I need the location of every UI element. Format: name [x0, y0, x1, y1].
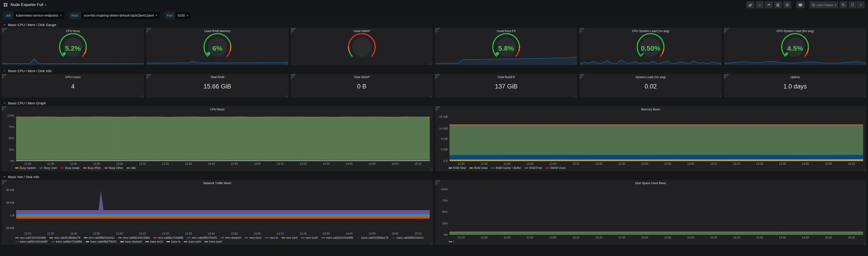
- share-dashboard-button[interactable]: [765, 1, 773, 8]
- cycle-view-mode-button[interactable]: [796, 1, 805, 8]
- chevron-down-icon: [3, 23, 6, 26]
- legend-item[interactable]: trans tunl0: [205, 240, 222, 243]
- panel-title[interactable]: CPU Cores: [2, 74, 144, 79]
- gauge-cpu-busy: 5.2%: [2, 33, 144, 59]
- panel-title[interactable]: Total RootFS: [435, 74, 577, 79]
- legend-item[interactable]: Busy System: [15, 166, 36, 170]
- panel-title[interactable]: CPU System Load (1m avg): [580, 28, 722, 33]
- svg-text:75%: 75%: [442, 199, 447, 202]
- refresh-button[interactable]: [849, 1, 857, 8]
- legend-item[interactable]: trans ens2: [145, 240, 163, 243]
- legend-item[interactable]: trans calie0fb370b2f1: [86, 240, 117, 243]
- svg-text:13:20: 13:20: [162, 232, 169, 235]
- panel-info-icon[interactable]: i: [580, 74, 585, 80]
- legend-item[interactable]: recv cali561442c5d63: [118, 236, 150, 239]
- panel-info-icon[interactable]: i: [435, 28, 440, 33]
- variable-host-value[interactable]: scw-k8s-inspiring-shtern-default-0a342be…: [81, 12, 159, 19]
- dashboard-grid-icon[interactable]: [3, 3, 8, 7]
- legend-item[interactable]: trans cali3f85014e41c: [392, 236, 424, 239]
- panel-title[interactable]: CPU Busy: [2, 28, 144, 33]
- panel-title[interactable]: Total SWAP: [291, 74, 433, 79]
- add-panel-button[interactable]: [746, 1, 754, 8]
- panel-info-icon[interactable]: i: [146, 28, 152, 33]
- legend-item[interactable]: recv cali2fc35b8a178: [50, 236, 80, 239]
- cpu-basic-chart[interactable]: 0%25%50%75%100%12:2012:3012:4012:5013:00…: [2, 112, 433, 166]
- legend-item[interactable]: recv tunl0: [301, 236, 318, 239]
- svg-text:13:40: 13:40: [208, 162, 215, 166]
- panel-title[interactable]: Network Traffic Basic: [2, 180, 433, 185]
- svg-text:13:00: 13:00: [549, 236, 556, 239]
- legend-item[interactable]: recv calie0fb370b2f1: [187, 236, 217, 239]
- row-header-info[interactable]: Basic CPU / Mem / Disk Info: [0, 67, 868, 74]
- variable-job-value[interactable]: kubernetes-service-endpoints ▾: [13, 12, 64, 19]
- legend-item[interactable]: trans lo: [166, 240, 180, 243]
- panel-info-icon[interactable]: i: [2, 180, 7, 186]
- legend-item[interactable]: trans cali9bc715aff8b: [51, 240, 82, 243]
- zoom-out-time-button[interactable]: [839, 1, 847, 8]
- panel-info-icon[interactable]: i: [435, 106, 441, 112]
- row-header-graph[interactable]: Basic CPU / Mem Graph: [0, 100, 868, 106]
- save-dashboard-button[interactable]: [774, 1, 782, 8]
- legend-label: trans cali3f85014e41c: [397, 236, 424, 239]
- legend-item[interactable]: recv docker0: [221, 236, 241, 239]
- legend-item[interactable]: recv ens2: [245, 236, 261, 239]
- panel-info-icon[interactable]: i: [724, 28, 730, 33]
- panel-title[interactable]: CPU System Load (5m avg): [724, 28, 866, 33]
- legend-item[interactable]: RAM Cache + Buffer: [491, 166, 521, 170]
- legend-label: recv cali2fc35b8a178: [54, 236, 80, 239]
- time-range-picker[interactable]: Last 3 hours ▾: [810, 1, 838, 8]
- legend-item[interactable]: Busy IRQs: [83, 166, 101, 170]
- legend-item[interactable]: Busy Iowait: [61, 166, 79, 170]
- panel-info-icon[interactable]: i: [435, 74, 440, 80]
- disk-space-chart[interactable]: 0%25%50%75%100%12:2012:3012:4012:5013:00…: [435, 185, 866, 240]
- panel-info-icon[interactable]: i: [724, 74, 730, 80]
- legend-item[interactable]: SWAP Used: [546, 166, 565, 170]
- panel-title[interactable]: Used RAM Memory: [146, 28, 288, 33]
- legend-item[interactable]: recv cali9bc715aff8b: [153, 236, 183, 239]
- dashboard-settings-button[interactable]: [783, 1, 791, 8]
- panel-info-icon[interactable]: i: [2, 106, 7, 112]
- legend-item[interactable]: Busy Other: [104, 166, 123, 170]
- legend-item[interactable]: /: [448, 240, 454, 243]
- legend-item[interactable]: trans tun0: [184, 240, 200, 243]
- legend-item[interactable]: trans docker0: [120, 240, 142, 243]
- legend-item[interactable]: trans cali2fc35b8a178: [357, 236, 388, 239]
- legend-item[interactable]: recv tun0: [282, 236, 298, 239]
- panel-title[interactable]: System Load (1m avg): [580, 74, 722, 79]
- panel-title[interactable]: Disk Space Used Basic: [435, 180, 866, 185]
- legend-item[interactable]: trans cali152241fc666: [321, 236, 353, 239]
- legend-item[interactable]: recv cali152241fc666: [15, 236, 46, 239]
- panel-title[interactable]: CPU Basic: [2, 106, 433, 112]
- legend-item[interactable]: recv lo: [265, 236, 278, 239]
- panel-info-icon[interactable]: i: [580, 28, 585, 33]
- legend-item[interactable]: RAM Total: [448, 166, 466, 170]
- legend-item[interactable]: trans cali561442c5d63: [15, 240, 48, 243]
- panel-info-icon[interactable]: i: [146, 74, 152, 80]
- legend-item[interactable]: RAM Used: [469, 166, 488, 170]
- legend-label: trans ens2: [150, 240, 163, 243]
- panel-info-icon[interactable]: i: [2, 74, 7, 80]
- panel-title[interactable]: Used SWAP: [291, 28, 433, 33]
- panel-info-icon[interactable]: i: [435, 180, 441, 186]
- network-traffic-chart[interactable]: -49 KiB0 B49 KiB98 KiB12:2012:3012:4012:…: [2, 185, 433, 236]
- legend-item[interactable]: Idle: [127, 166, 135, 170]
- legend-item[interactable]: RAM Free: [525, 166, 542, 170]
- panel-title[interactable]: Memory Basic: [435, 106, 866, 112]
- panel-info-icon[interactable]: i: [291, 28, 296, 33]
- memory-basic-chart[interactable]: 0 B5 GiB9 GiB14 GiB19 GiB12:2012:3012:40…: [435, 112, 866, 166]
- dashboard-title-dropdown[interactable]: Node Exporter Full ▾: [10, 3, 46, 7]
- panel-info-icon[interactable]: i: [291, 74, 296, 80]
- variable-port-value[interactable]: 9100 ▾: [175, 12, 191, 19]
- panel-title[interactable]: Total RAM: [146, 74, 288, 79]
- row-header-gauge[interactable]: Basic CPU / Mem / Disk Gauge: [0, 22, 868, 28]
- star-dashboard-button[interactable]: ☆: [756, 1, 764, 8]
- panel-title[interactable]: Used Root FS: [435, 28, 577, 33]
- panel-info-icon[interactable]: i: [2, 28, 7, 33]
- panel-title[interactable]: Uptime: [724, 74, 866, 79]
- row-header-net[interactable]: Basic Net / Disk Info: [0, 173, 868, 180]
- panel-used-ram: i Used RAM Memory 6%: [146, 28, 288, 65]
- legend-item[interactable]: recv cali3f85014e41c: [84, 236, 115, 239]
- legend-item[interactable]: Busy User: [39, 166, 57, 170]
- refresh-interval-dropdown[interactable]: ▾: [857, 1, 865, 8]
- svg-text:14:00: 14:00: [687, 236, 694, 239]
